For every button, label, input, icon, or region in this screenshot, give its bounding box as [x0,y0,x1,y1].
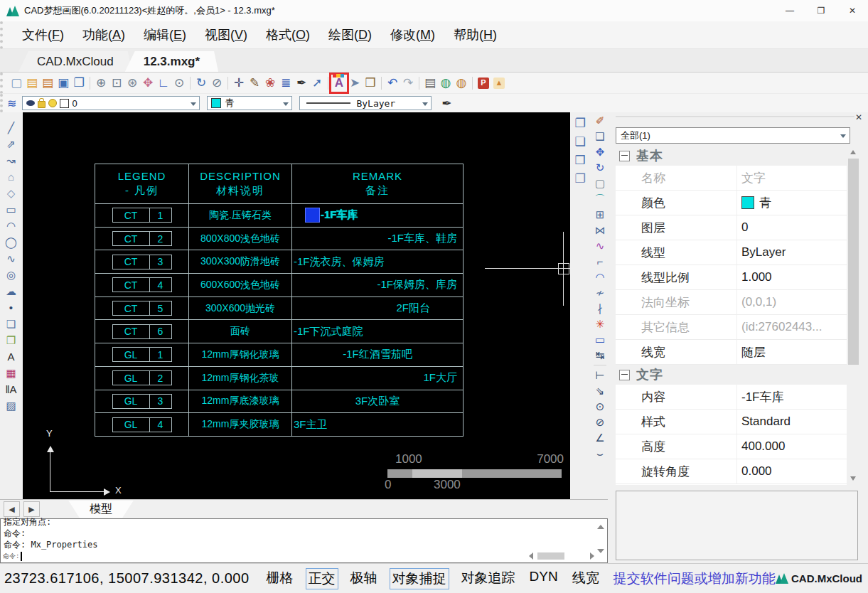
panel-close-button[interactable]: ✕ [855,112,862,122]
mirror-icon[interactable]: ⋈ [592,222,608,237]
fillet-icon[interactable]: ⌐ [592,253,608,269]
web-home-icon[interactable]: ◍ [438,75,454,92]
erase-icon[interactable]: ✐ [592,112,608,128]
lineweight-brush-icon[interactable]: ✒ [439,95,454,112]
break-icon[interactable]: ≁ [592,284,608,300]
save-as-icon[interactable]: ❐ [71,75,87,92]
line-icon[interactable]: ╱ [4,119,19,136]
table-row[interactable]: GL2 12mm厚钢化茶玻 1F大厅 [95,366,463,390]
open-file-icon[interactable]: ▤ [24,75,40,92]
undo-icon[interactable]: ↶ [385,75,400,92]
scrollbar-thumb[interactable] [848,159,859,365]
edit-polyline-icon[interactable]: ▭ [592,331,608,347]
collapse-icon[interactable] [619,151,630,161]
legend-table[interactable]: LEGEND- 凡例 DESCRIPTION材料说明 REMARK备注 CT1 … [95,164,464,437]
menu-function[interactable]: 功能(A) [73,26,134,43]
drawing-canvas[interactable]: LEGEND- 凡例 DESCRIPTION材料说明 REMARK备注 CT1 … [23,112,570,499]
construction-line-icon[interactable]: ⇗ [4,136,19,152]
rectangle-icon[interactable]: ▭ [4,201,19,218]
layer-manager-icon[interactable]: ≋ [7,97,16,110]
palette-icon[interactable]: ❀ [262,75,278,92]
view-refresh-icon[interactable]: ↻ [193,75,209,92]
zoom-previous-icon[interactable]: ⊘ [209,75,225,92]
collapse-icon[interactable] [619,370,630,380]
table-row[interactable]: GL1 12mm厚钢化玻璃 -1F红酒雪茄吧 [95,343,463,366]
grip-handle[interactable] [305,208,320,223]
scroll-down-icon[interactable] [597,549,604,553]
table-row[interactable]: CT1 陶瓷.压铸石类 -1F车库 [95,203,463,227]
angular-dimension-icon[interactable]: ∠ [592,429,608,445]
toggle-grid[interactable]: 栅格 [264,568,296,589]
table-row[interactable]: CT3 300X300防滑地砖 -1F洗衣房、保姆房 [95,250,463,273]
command-input[interactable]: 命令: [3,552,22,561]
offset-icon[interactable]: ⌒ [592,191,608,206]
paste-clip-icon[interactable]: ❒ [572,151,588,169]
ellipse-icon[interactable]: ◎ [4,267,19,283]
table-icon[interactable]: ▦ [4,365,19,381]
ucs-axes-icon[interactable]: ∟ [156,75,171,92]
polygon-icon[interactable]: ⌂ [4,169,19,185]
save-icon[interactable]: ▣ [55,75,71,92]
cloud-open-icon[interactable]: ▤ [40,75,55,92]
chamfer-icon[interactable]: ◠ [592,269,608,284]
layer-select[interactable]: 0 [22,96,200,110]
rotate-icon[interactable]: ↻ [592,159,608,175]
tab-drawing[interactable]: 12.3.mxg* [125,51,218,72]
zoom-object-icon[interactable]: ⊙ [171,75,187,92]
table-row[interactable]: GL3 12mm厚底漆玻璃 3F次卧室 [95,390,463,413]
scroll-left-icon[interactable] [529,552,533,560]
print-icon[interactable]: ▤ [422,75,438,92]
break-at-point-icon[interactable]: ∤ [592,300,608,316]
cut-clip-icon[interactable]: ❏ [572,132,588,151]
move-view-icon[interactable]: ✛ [231,75,247,92]
toggle-dyn[interactable]: DYN [527,568,560,589]
copy-object-icon[interactable]: ❑ [592,128,608,144]
aligned-dimension-icon[interactable]: ⇘ [592,383,608,398]
insert-block-icon[interactable]: ❏ [4,316,19,332]
table-row[interactable]: CT5 300X600抛光砖 2F阳台 [95,296,463,320]
revision-cloud-icon[interactable]: ☁ [4,283,19,299]
create-block-icon[interactable]: ❐ [4,332,19,348]
scroll-right-icon[interactable] [590,552,594,560]
arc-dimension-icon[interactable]: ⌣ [592,445,608,461]
toggle-osnap[interactable]: 对象捕捉 [390,568,449,589]
zoom-extents-icon[interactable]: ⊛ [124,75,140,92]
hatch-icon[interactable]: ▨ [4,397,19,414]
scrollbar-thumb[interactable] [537,552,564,560]
new-file-icon[interactable]: ▢ [9,75,24,92]
scroll-up-icon[interactable] [850,150,856,154]
image-export-icon[interactable]: ▲ [491,75,507,92]
color-bars-icon[interactable]: ≣ [278,75,294,92]
select-window-icon[interactable]: ▢ [592,175,608,191]
radius-dimension-icon[interactable]: ⊙ [592,398,608,414]
menu-file[interactable]: 文件(F) [13,26,73,43]
linetype-select[interactable]: ByLayer [299,96,432,110]
diameter-dimension-icon[interactable]: ⊘ [592,414,608,429]
spline-icon[interactable]: ∿ [4,250,19,267]
web-cloud-icon[interactable]: ◍ [454,75,469,92]
pick-style-icon[interactable]: ➤ [347,75,363,92]
edit-pen-icon[interactable]: ✎ [247,75,262,92]
close-button[interactable]: ✕ [837,0,868,21]
command-window[interactable]: 指定对角点:命令:命令: Mx_Properties 命令: [0,518,608,563]
menu-format[interactable]: 格式(O) [257,26,319,43]
explode-icon[interactable]: ✳ [592,316,608,331]
selection-filter-select[interactable]: 全部(1) [616,127,850,144]
maximize-button[interactable]: ❐ [805,0,837,21]
toggle-polar[interactable]: 极轴 [348,568,380,589]
menu-modify[interactable]: 修改(M) [381,26,444,43]
point-icon[interactable]: • [4,299,19,316]
color-select[interactable]: 青 [207,96,292,110]
multiline-text-icon[interactable]: ‖A [4,381,19,397]
horizontal-scrollbar[interactable] [529,552,594,560]
linear-dimension-icon[interactable]: ⊢ [592,367,608,383]
table-row[interactable]: CT2 800X800浅色地砖 -1F车库、鞋房 [95,227,463,250]
menu-draw[interactable]: 绘图(D) [319,26,381,43]
save-block-icon[interactable]: ❒ [363,75,378,92]
scroll-up-icon[interactable] [597,525,604,529]
array-icon[interactable]: ⊞ [592,206,608,222]
table-row[interactable]: CT4 600X600浅色地砖 -1F保姆房、库房 [95,273,463,296]
toggle-otrack[interactable]: 对象追踪 [459,568,518,589]
section-text[interactable]: 文字 [616,365,847,385]
pan-icon[interactable]: ✥ [140,75,156,92]
